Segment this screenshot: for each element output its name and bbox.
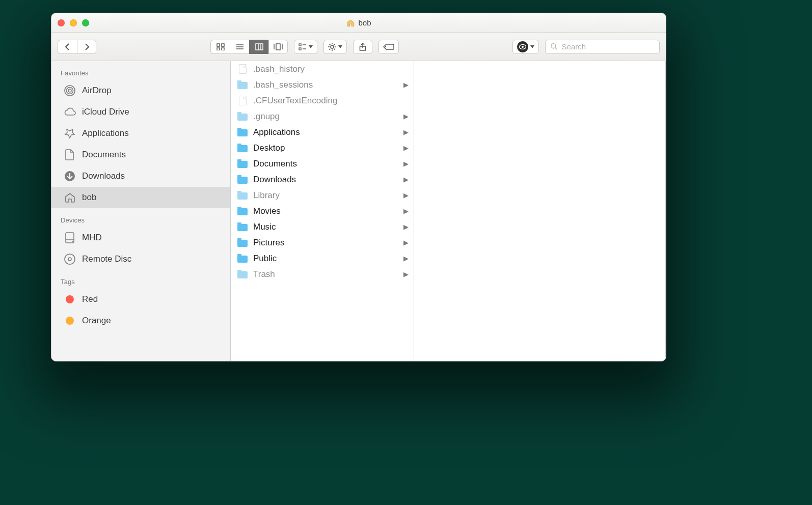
dropbox-smart-sync-button[interactable] xyxy=(512,40,539,54)
sidebar-item-label: Downloads xyxy=(82,171,125,181)
sidebar-item-label: Remote Disc xyxy=(82,254,131,264)
svg-marker-17 xyxy=(309,45,313,48)
sidebar-item-downloads[interactable]: Downloads xyxy=(51,165,230,187)
search-field[interactable] xyxy=(545,40,660,54)
chevron-down-icon xyxy=(530,45,534,48)
column-2[interactable] xyxy=(414,61,666,361)
share-button[interactable] xyxy=(353,40,372,54)
home-icon xyxy=(64,191,76,204)
tag-dot-orange-icon xyxy=(64,315,76,327)
forward-button[interactable] xyxy=(77,40,96,54)
svg-line-23 xyxy=(329,44,330,45)
sidebar-item-remote-disc[interactable]: Remote Disc xyxy=(51,248,230,270)
minimize-window-button[interactable] xyxy=(70,19,77,26)
svg-rect-13 xyxy=(299,44,301,46)
sidebar-item-mhd[interactable]: MHD xyxy=(51,227,230,248)
svg-marker-27 xyxy=(338,45,342,48)
file-name: Music xyxy=(253,222,403,232)
view-gallery-button[interactable] xyxy=(268,40,288,54)
close-window-button[interactable] xyxy=(58,19,65,26)
sidebar-item-home[interactable]: bob xyxy=(51,187,230,208)
disclosure-arrow-icon: ▶ xyxy=(403,255,409,262)
sidebar-item-icloud[interactable]: iCloud Drive xyxy=(51,101,230,123)
folder-icon xyxy=(237,190,248,201)
back-button[interactable] xyxy=(58,40,77,54)
sidebar-item-documents[interactable]: Documents xyxy=(51,144,230,165)
toolbar xyxy=(51,33,666,61)
folder-icon xyxy=(237,206,248,217)
view-switcher xyxy=(210,40,288,54)
file-item[interactable]: Music▶ xyxy=(231,219,414,235)
sidebar-item-label: AirDrop xyxy=(82,86,112,96)
sidebar-item-tag-red[interactable]: Red xyxy=(51,289,230,310)
svg-line-25 xyxy=(329,48,330,49)
svg-point-36 xyxy=(68,89,71,92)
file-item[interactable]: Library▶ xyxy=(231,187,414,203)
svg-line-26 xyxy=(334,44,335,45)
column-1[interactable]: .bash_history.bash_sessions▶.CFUserTextE… xyxy=(231,61,414,361)
file-icon xyxy=(237,64,248,75)
view-columns-button[interactable] xyxy=(249,40,268,54)
search-input[interactable] xyxy=(561,42,654,51)
cloud-icon xyxy=(64,106,76,118)
file-item[interactable]: .CFUserTextEncoding xyxy=(231,93,414,108)
window-controls xyxy=(58,19,89,26)
chevron-left-icon xyxy=(65,43,71,50)
svg-rect-2 xyxy=(217,48,220,50)
group-by-button[interactable] xyxy=(294,40,317,54)
folder-icon xyxy=(237,79,248,91)
file-item[interactable]: Public▶ xyxy=(231,250,414,266)
file-name: Desktop xyxy=(253,143,403,153)
edit-tags-button[interactable] xyxy=(378,40,399,54)
svg-rect-14 xyxy=(299,48,301,50)
sidebar-item-label: Orange xyxy=(82,316,111,326)
file-item[interactable]: Pictures▶ xyxy=(231,235,414,250)
file-item[interactable]: Desktop▶ xyxy=(231,140,414,156)
document-icon xyxy=(64,149,76,161)
svg-point-18 xyxy=(331,45,334,48)
file-name: .bash_sessions xyxy=(253,80,403,90)
titlebar: bob xyxy=(51,13,666,33)
sidebar-item-label: Red xyxy=(82,294,98,304)
disclosure-arrow-icon: ▶ xyxy=(403,144,409,152)
sidebar-item-label: Applications xyxy=(82,128,129,138)
folder-icon xyxy=(237,174,248,185)
file-item[interactable]: .bash_sessions▶ xyxy=(231,77,414,93)
finder-window: bob xyxy=(51,13,666,361)
home-folder-icon xyxy=(346,18,355,27)
disclosure-arrow-icon: ▶ xyxy=(403,128,409,136)
action-button[interactable] xyxy=(323,40,347,54)
view-icons-button[interactable] xyxy=(210,40,230,54)
svg-point-43 xyxy=(65,254,75,264)
chevron-right-icon xyxy=(84,43,90,50)
chevron-down-icon xyxy=(338,45,342,48)
disclosure-arrow-icon: ▶ xyxy=(403,191,409,199)
grid-icon xyxy=(216,43,225,50)
view-list-button[interactable] xyxy=(230,40,249,54)
file-item[interactable]: Trash▶ xyxy=(231,266,414,282)
file-item[interactable]: .bash_history xyxy=(231,61,414,77)
zoom-window-button[interactable] xyxy=(82,19,89,26)
sidebar-item-label: bob xyxy=(82,192,96,203)
sidebar-item-tag-orange[interactable]: Orange xyxy=(51,310,230,331)
nav-buttons xyxy=(58,40,96,54)
sidebar-item-applications[interactable]: Applications xyxy=(51,123,230,144)
file-item[interactable]: Downloads▶ xyxy=(231,172,414,187)
file-item[interactable]: Documents▶ xyxy=(231,156,414,172)
sidebar: Favorites AirDrop iCloud Drive xyxy=(51,61,231,361)
sidebar-section-devices: Devices xyxy=(51,214,230,227)
chevron-down-icon xyxy=(309,45,313,48)
file-item[interactable]: Movies▶ xyxy=(231,203,414,219)
svg-point-32 xyxy=(522,46,524,48)
sidebar-item-airdrop[interactable]: AirDrop xyxy=(51,80,230,101)
column-view: .bash_history.bash_sessions▶.CFUserTextE… xyxy=(231,61,666,361)
svg-marker-33 xyxy=(530,45,534,48)
file-name: Pictures xyxy=(253,238,403,248)
file-icon xyxy=(237,95,248,106)
svg-rect-7 xyxy=(256,44,263,50)
file-name: Library xyxy=(253,190,403,201)
file-item[interactable]: Applications▶ xyxy=(231,124,414,140)
file-name: .CFUserTextEncoding xyxy=(253,96,409,106)
file-item[interactable]: .gnupg▶ xyxy=(231,108,414,124)
window-title: bob xyxy=(358,18,371,27)
